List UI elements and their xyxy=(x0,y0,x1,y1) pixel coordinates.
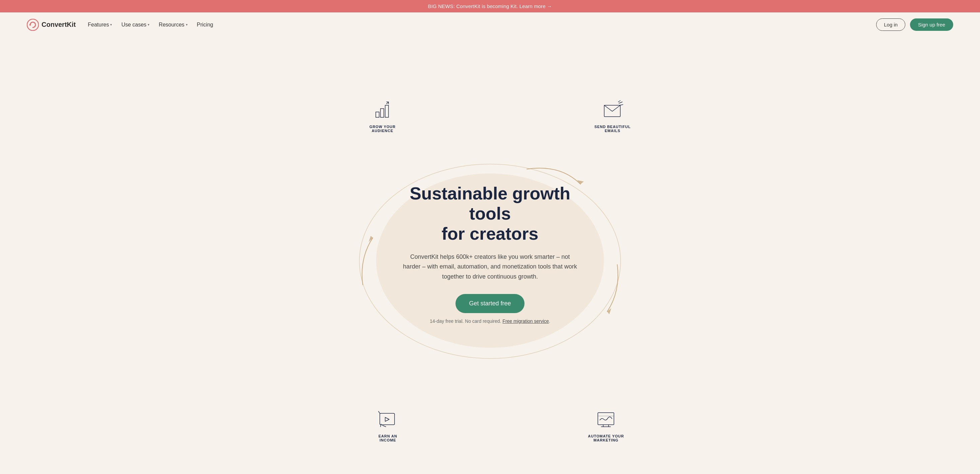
feature-grow: GROW YOUR AUDIENCE xyxy=(369,99,396,133)
migration-link[interactable]: Free migration service xyxy=(503,318,549,324)
announcement-banner: BIG NEWS: ConvertKit is becoming Kit. Le… xyxy=(0,0,980,13)
get-started-button[interactable]: Get started free xyxy=(455,294,524,313)
hero-title: Sustainable growth tools for creators xyxy=(403,184,577,244)
svg-rect-6 xyxy=(376,112,379,117)
chevron-down-icon: ▾ xyxy=(148,23,150,27)
signup-button[interactable]: Sign up free xyxy=(910,18,953,31)
navbar: ConvertKit Features ▾ Use cases ▾ Resour… xyxy=(0,13,980,37)
banner-arrow: → xyxy=(547,3,552,9)
nav-link-use-cases[interactable]: Use cases ▾ xyxy=(121,22,150,28)
svg-marker-5 xyxy=(369,236,373,242)
chevron-down-icon: ▾ xyxy=(110,23,112,27)
nav-links: Features ▾ Use cases ▾ Resources ▾ Prici… xyxy=(88,22,213,28)
hero-fine-print: 14-day free trial. No card required. Fre… xyxy=(403,318,577,324)
nav-link-pricing[interactable]: Pricing xyxy=(197,22,213,28)
nav-item-resources[interactable]: Resources ▾ xyxy=(159,22,187,28)
nav-link-resources[interactable]: Resources ▾ xyxy=(159,22,187,28)
nav-item-use-cases[interactable]: Use cases ▾ xyxy=(121,22,150,28)
feature-earn: EARN AN INCOME xyxy=(376,408,399,442)
nav-item-features[interactable]: Features ▾ xyxy=(88,22,112,28)
logo-text: ConvertKit xyxy=(41,21,76,29)
chevron-down-icon: ▾ xyxy=(186,23,188,27)
grow-label: GROW YOUR AUDIENCE xyxy=(369,125,396,133)
automate-icon xyxy=(594,408,617,431)
svg-rect-11 xyxy=(598,413,614,425)
svg-rect-8 xyxy=(385,105,388,117)
hero-content: Sustainable growth tools for creators Co… xyxy=(396,184,584,324)
logo-link[interactable]: ConvertKit xyxy=(27,19,76,31)
nav-link-features[interactable]: Features ▾ xyxy=(88,22,112,28)
nav-left: ConvertKit Features ▾ Use cases ▾ Resour… xyxy=(27,19,213,31)
feature-automate: AUTOMATE YOUR MARKETING xyxy=(588,408,624,442)
grow-audience-icon xyxy=(371,99,394,122)
login-button[interactable]: Log in xyxy=(876,18,905,31)
svg-rect-10 xyxy=(380,413,395,425)
nav-item-pricing[interactable]: Pricing xyxy=(197,22,213,28)
automate-label: AUTOMATE YOUR MARKETING xyxy=(588,434,624,442)
banner-text: BIG NEWS: ConvertKit is becoming Kit. Le… xyxy=(428,3,546,9)
banner-link[interactable]: → xyxy=(547,3,552,9)
nav-right: Log in Sign up free xyxy=(876,18,953,31)
logo-icon xyxy=(27,19,39,31)
hero-section: Sustainable growth tools for creators Co… xyxy=(0,37,980,474)
svg-point-0 xyxy=(27,19,38,30)
feature-email: SEND BEAUTIFUL EMAILS xyxy=(595,99,631,133)
earn-income-icon xyxy=(376,408,399,431)
email-label: SEND BEAUTIFUL EMAILS xyxy=(595,125,631,133)
earn-label: EARN AN INCOME xyxy=(379,434,397,442)
send-email-icon xyxy=(601,99,624,122)
svg-rect-7 xyxy=(380,109,384,117)
svg-marker-4 xyxy=(607,308,611,314)
svg-point-1 xyxy=(29,24,31,26)
hero-description: ConvertKit helps 600k+ creators like you… xyxy=(403,252,577,282)
